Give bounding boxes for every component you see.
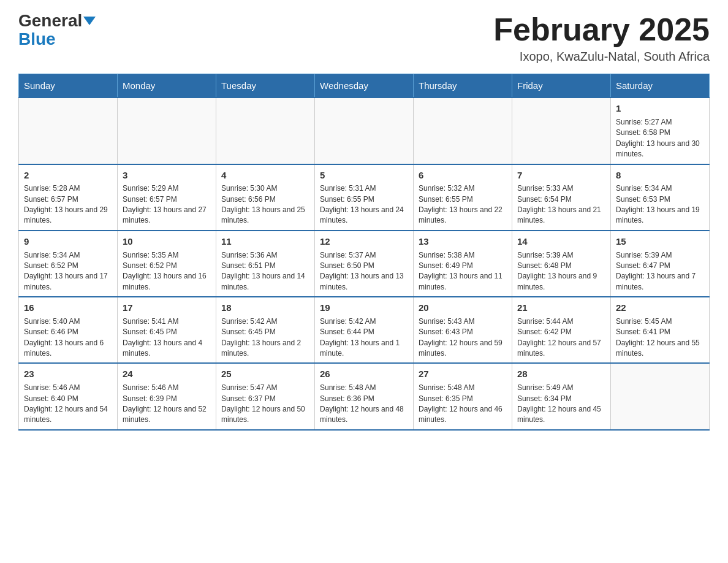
table-row (611, 363, 710, 429)
col-sunday: Sunday (19, 74, 118, 98)
main-title: February 2025 (493, 12, 710, 47)
table-row: 24Sunrise: 5:46 AMSunset: 6:39 PMDayligh… (118, 363, 216, 429)
col-thursday: Thursday (414, 74, 512, 98)
day-info: Sunrise: 5:48 AMSunset: 6:36 PMDaylight:… (320, 383, 408, 426)
day-number: 3 (123, 169, 211, 182)
day-number: 20 (419, 301, 507, 315)
day-number: 1 (616, 102, 704, 115)
day-info: Sunrise: 5:39 AMSunset: 6:47 PMDaylight:… (616, 250, 704, 293)
day-number: 19 (320, 301, 408, 315)
day-number: 27 (419, 367, 507, 381)
day-info: Sunrise: 5:43 AMSunset: 6:43 PMDaylight:… (419, 316, 507, 359)
table-row: 25Sunrise: 5:47 AMSunset: 6:37 PMDayligh… (216, 363, 315, 429)
table-row (19, 98, 118, 164)
logo-general: General (18, 12, 82, 29)
day-info: Sunrise: 5:38 AMSunset: 6:49 PMDaylight:… (419, 250, 507, 293)
day-info: Sunrise: 5:28 AMSunset: 6:57 PMDaylight:… (24, 183, 112, 226)
table-row: 12Sunrise: 5:37 AMSunset: 6:50 PMDayligh… (315, 231, 414, 297)
day-info: Sunrise: 5:30 AMSunset: 6:56 PMDaylight:… (221, 183, 309, 226)
calendar-week-row: 23Sunrise: 5:46 AMSunset: 6:40 PMDayligh… (19, 363, 710, 429)
day-info: Sunrise: 5:32 AMSunset: 6:55 PMDaylight:… (419, 183, 507, 226)
day-number: 11 (221, 235, 309, 248)
day-number: 6 (419, 169, 507, 182)
table-row: 15Sunrise: 5:39 AMSunset: 6:47 PMDayligh… (611, 231, 710, 297)
day-number: 18 (221, 301, 309, 315)
day-info: Sunrise: 5:33 AMSunset: 6:54 PMDaylight:… (517, 183, 605, 226)
col-tuesday: Tuesday (216, 74, 315, 98)
table-row: 22Sunrise: 5:45 AMSunset: 6:41 PMDayligh… (611, 297, 710, 363)
table-row: 16Sunrise: 5:40 AMSunset: 6:46 PMDayligh… (19, 297, 118, 363)
day-info: Sunrise: 5:29 AMSunset: 6:57 PMDaylight:… (123, 183, 211, 226)
col-wednesday: Wednesday (315, 74, 414, 98)
table-row: 10Sunrise: 5:35 AMSunset: 6:52 PMDayligh… (118, 231, 216, 297)
title-section: February 2025 Ixopo, KwaZulu-Natal, Sout… (493, 12, 710, 64)
day-info: Sunrise: 5:46 AMSunset: 6:40 PMDaylight:… (24, 383, 112, 426)
calendar-week-row: 1Sunrise: 5:27 AMSunset: 6:58 PMDaylight… (19, 98, 710, 164)
page-header: General Blue February 2025 Ixopo, KwaZul… (18, 12, 710, 64)
day-info: Sunrise: 5:31 AMSunset: 6:55 PMDaylight:… (320, 183, 408, 226)
table-row: 6Sunrise: 5:32 AMSunset: 6:55 PMDaylight… (414, 164, 512, 231)
table-row: 11Sunrise: 5:36 AMSunset: 6:51 PMDayligh… (216, 231, 315, 297)
calendar-week-row: 16Sunrise: 5:40 AMSunset: 6:46 PMDayligh… (19, 297, 710, 363)
table-row (118, 98, 216, 164)
table-row: 28Sunrise: 5:49 AMSunset: 6:34 PMDayligh… (512, 363, 611, 429)
day-number: 14 (517, 235, 605, 248)
day-number: 26 (320, 367, 408, 381)
calendar-header-row: Sunday Monday Tuesday Wednesday Thursday… (19, 74, 710, 98)
day-number: 25 (221, 367, 309, 381)
day-info: Sunrise: 5:37 AMSunset: 6:50 PMDaylight:… (320, 250, 408, 293)
day-number: 28 (517, 367, 605, 381)
day-info: Sunrise: 5:41 AMSunset: 6:45 PMDaylight:… (123, 316, 211, 359)
table-row: 20Sunrise: 5:43 AMSunset: 6:43 PMDayligh… (414, 297, 512, 363)
table-row: 8Sunrise: 5:34 AMSunset: 6:53 PMDaylight… (611, 164, 710, 231)
day-info: Sunrise: 5:47 AMSunset: 6:37 PMDaylight:… (221, 383, 309, 426)
day-info: Sunrise: 5:42 AMSunset: 6:45 PMDaylight:… (221, 316, 309, 359)
day-info: Sunrise: 5:46 AMSunset: 6:39 PMDaylight:… (123, 383, 211, 426)
table-row: 1Sunrise: 5:27 AMSunset: 6:58 PMDaylight… (611, 98, 710, 164)
logo-arrow-icon (83, 17, 96, 25)
day-number: 23 (24, 367, 112, 381)
day-number: 4 (221, 169, 309, 182)
calendar-week-row: 9Sunrise: 5:34 AMSunset: 6:52 PMDaylight… (19, 231, 710, 297)
day-number: 8 (616, 169, 704, 182)
table-row: 19Sunrise: 5:42 AMSunset: 6:44 PMDayligh… (315, 297, 414, 363)
day-number: 9 (24, 235, 112, 248)
day-number: 2 (24, 169, 112, 182)
table-row: 7Sunrise: 5:33 AMSunset: 6:54 PMDaylight… (512, 164, 611, 231)
day-number: 12 (320, 235, 408, 248)
day-info: Sunrise: 5:42 AMSunset: 6:44 PMDaylight:… (320, 316, 408, 359)
day-info: Sunrise: 5:44 AMSunset: 6:42 PMDaylight:… (517, 316, 605, 359)
calendar-week-row: 2Sunrise: 5:28 AMSunset: 6:57 PMDaylight… (19, 164, 710, 231)
table-row: 27Sunrise: 5:48 AMSunset: 6:35 PMDayligh… (414, 363, 512, 429)
col-saturday: Saturday (611, 74, 710, 98)
col-friday: Friday (512, 74, 611, 98)
day-info: Sunrise: 5:35 AMSunset: 6:52 PMDaylight:… (123, 250, 211, 293)
day-number: 16 (24, 301, 112, 315)
day-number: 21 (517, 301, 605, 315)
table-row (512, 98, 611, 164)
table-row: 21Sunrise: 5:44 AMSunset: 6:42 PMDayligh… (512, 297, 611, 363)
table-row: 4Sunrise: 5:30 AMSunset: 6:56 PMDaylight… (216, 164, 315, 231)
day-number: 5 (320, 169, 408, 182)
day-info: Sunrise: 5:27 AMSunset: 6:58 PMDaylight:… (616, 117, 704, 160)
table-row: 14Sunrise: 5:39 AMSunset: 6:48 PMDayligh… (512, 231, 611, 297)
day-info: Sunrise: 5:48 AMSunset: 6:35 PMDaylight:… (419, 383, 507, 426)
table-row (414, 98, 512, 164)
table-row: 5Sunrise: 5:31 AMSunset: 6:55 PMDaylight… (315, 164, 414, 231)
table-row: 2Sunrise: 5:28 AMSunset: 6:57 PMDaylight… (19, 164, 118, 231)
day-number: 7 (517, 169, 605, 182)
day-info: Sunrise: 5:49 AMSunset: 6:34 PMDaylight:… (517, 383, 605, 426)
table-row: 13Sunrise: 5:38 AMSunset: 6:49 PMDayligh… (414, 231, 512, 297)
table-row: 26Sunrise: 5:48 AMSunset: 6:36 PMDayligh… (315, 363, 414, 429)
logo: General Blue (18, 12, 96, 49)
day-info: Sunrise: 5:39 AMSunset: 6:48 PMDaylight:… (517, 250, 605, 293)
day-number: 24 (123, 367, 211, 381)
table-row: 23Sunrise: 5:46 AMSunset: 6:40 PMDayligh… (19, 363, 118, 429)
day-info: Sunrise: 5:40 AMSunset: 6:46 PMDaylight:… (24, 316, 112, 359)
col-monday: Monday (118, 74, 216, 98)
day-number: 13 (419, 235, 507, 248)
table-row: 18Sunrise: 5:42 AMSunset: 6:45 PMDayligh… (216, 297, 315, 363)
calendar-table: Sunday Monday Tuesday Wednesday Thursday… (18, 74, 710, 431)
table-row (315, 98, 414, 164)
day-info: Sunrise: 5:34 AMSunset: 6:52 PMDaylight:… (24, 250, 112, 293)
